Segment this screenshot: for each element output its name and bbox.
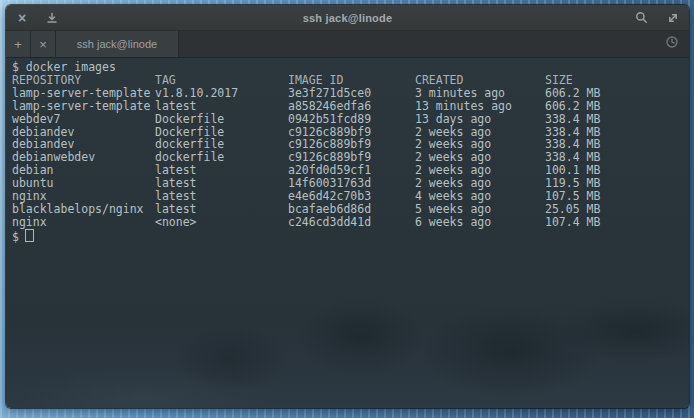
close-tab-button[interactable]: × [31, 31, 56, 57]
terminal-window: × ssh jack@linode [6, 5, 689, 408]
titlebar[interactable]: × ssh jack@linode [6, 5, 689, 31]
titlebar-left-controls: × [15, 11, 59, 25]
prompt-symbol: $ [12, 230, 19, 244]
cell-tag: <none> [155, 216, 288, 229]
titlebar-right-controls [634, 11, 680, 25]
cell-tag: v1.8.10.2017 [155, 87, 288, 100]
history-icon [665, 35, 679, 53]
table-header-row: REPOSITORY TAG IMAGE ID CREATED SIZE [12, 74, 689, 87]
terminal-cursor [25, 229, 34, 242]
cell-size: 107.4 MB [545, 216, 689, 229]
cell-repository: lamp-server-template [12, 100, 155, 113]
search-icon [635, 11, 648, 24]
table-row: lamp-server-template latest a858246edfa6… [12, 100, 689, 113]
table-row: lamp-server-template v1.8.10.2017 3e3f27… [12, 87, 689, 100]
desktop-wallpaper: × ssh jack@linode [0, 0, 694, 418]
search-button[interactable] [634, 11, 648, 25]
table-row: blacklabelops/nginx latest bcafaeb6d86d … [12, 203, 689, 216]
cell-size: 25.05 MB [545, 203, 689, 216]
col-header-created: CREATED [415, 74, 545, 87]
download-button[interactable] [45, 11, 59, 25]
cell-image-id: a858246edfa6 [288, 100, 415, 113]
cell-repository: nginx [12, 216, 155, 229]
cell-repository: blacklabelops/nginx [12, 203, 155, 216]
col-header-tag: TAG [155, 74, 288, 87]
cell-image-id: bcafaeb6d86d [288, 203, 415, 216]
col-header-image-id: IMAGE ID [288, 74, 415, 87]
close-icon: × [18, 11, 26, 25]
window-title: ssh jack@linode [6, 12, 689, 24]
cell-created: 5 weeks ago [415, 203, 545, 216]
cell-created: 6 weeks ago [415, 216, 545, 229]
cell-image-id: 3e3f271d5ce0 [288, 87, 415, 100]
cell-created: 3 minutes ago [415, 87, 545, 100]
cell-repository: lamp-server-template [12, 87, 155, 100]
prompt-line: $ [12, 229, 689, 244]
cell-created: 13 minutes ago [415, 100, 545, 113]
cell-repository: webdev7 [12, 113, 155, 126]
fullscreen-icon [667, 12, 679, 24]
download-icon [46, 12, 58, 24]
tab-bar: + × ssh jack@linode [6, 31, 689, 58]
tab-ssh-session[interactable]: ssh jack@linode [56, 31, 179, 57]
history-button[interactable] [655, 31, 689, 57]
cell-image-id: c246cd3dd41d [288, 216, 415, 229]
cell-created: 13 days ago [415, 113, 545, 126]
cell-tag: Dockerfile [155, 113, 288, 126]
cell-size: 606.2 MB [545, 87, 689, 100]
close-window-button[interactable]: × [15, 11, 29, 25]
cell-size: 606.2 MB [545, 100, 689, 113]
table-rows: lamp-server-template v1.8.10.2017 3e3f27… [12, 87, 689, 229]
col-header-size: SIZE [545, 74, 689, 87]
cell-tag: latest [155, 203, 288, 216]
cell-image-id: 0942b51fcd89 [288, 113, 415, 126]
terminal-output[interactable]: $ docker images REPOSITORY TAG IMAGE ID … [6, 58, 689, 408]
command-line: $ docker images [12, 61, 689, 74]
table-row: webdev7 Dockerfile 0942b51fcd89 13 days … [12, 113, 689, 126]
fullscreen-button[interactable] [666, 11, 680, 25]
cell-tag: latest [155, 100, 288, 113]
cell-size: 338.4 MB [545, 113, 689, 126]
col-header-repository: REPOSITORY [12, 74, 155, 87]
table-row: nginx <none> c246cd3dd41d 6 weeks ago 10… [12, 216, 689, 229]
new-tab-button[interactable]: + [6, 31, 31, 57]
